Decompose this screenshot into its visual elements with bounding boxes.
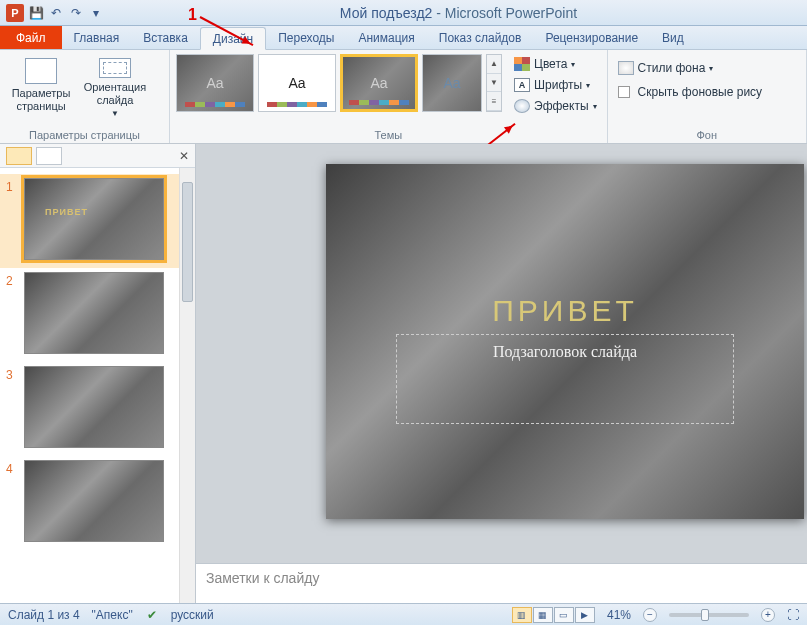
slide-title[interactable]: ПРИВЕТ [326,294,804,328]
tab-insert[interactable]: Вставка [131,26,200,49]
title-bar: P 💾 ↶ ↷ ▾ Мой подъезд2 - Microsoft Power… [0,0,807,26]
group-page-setup: Параметры страницы Ориентация слайда▼ Па… [0,50,170,143]
zoom-slider[interactable] [669,613,749,617]
tab-home[interactable]: Главная [62,26,132,49]
thumbnails-pane: ✕ 1 ПРИВЕТ 2 3 4 [0,144,196,603]
slide[interactable]: ПРИВЕТ Подзаголовок слайда [326,164,804,519]
qat-dropdown-icon[interactable]: ▾ [88,5,104,21]
tab-slideshow[interactable]: Показ слайдов [427,26,534,49]
tab-transitions[interactable]: Переходы [266,26,346,49]
zoom-level[interactable]: 41% [607,608,631,622]
slide-orientation-button[interactable]: Ориентация слайда▼ [80,54,150,120]
group-background: Стили фона ▾ Скрыть фоновые рису Фон [608,50,807,143]
undo-icon[interactable]: ↶ [48,5,64,21]
powerpoint-app-icon[interactable]: P [6,4,24,22]
reading-view-button[interactable]: ▭ [554,607,574,623]
thumbnail-2[interactable]: 2 [0,268,195,362]
tab-animations[interactable]: Анимация [346,26,426,49]
checkbox-icon [618,86,630,98]
file-tab[interactable]: Файл [0,26,62,49]
slide-subtitle-placeholder[interactable]: Подзаголовок слайда [396,334,734,424]
tab-design[interactable]: Дизайн [200,27,266,50]
theme-colors-button[interactable]: Цвета ▾ [510,54,601,74]
close-pane-icon[interactable]: ✕ [179,149,189,163]
tab-view[interactable]: Вид [650,26,696,49]
ribbon-tabs: Файл Главная Вставка Дизайн Переходы Ани… [0,26,807,50]
view-buttons: ▥ ▦ ▭ ▶ [512,607,595,623]
app-name: Microsoft PowerPoint [445,5,577,21]
thumbnail-preview [24,460,164,542]
quick-access-toolbar: P 💾 ↶ ↷ ▾ [0,4,110,22]
notes-pane[interactable]: Заметки к слайду [196,563,807,603]
group-label-themes: Темы [176,127,601,143]
bg-styles-icon [618,61,634,75]
scrollbar-handle[interactable] [182,182,193,302]
page-setup-icon [25,58,57,84]
theme-fonts-button[interactable]: AШрифты ▾ [510,75,601,95]
theme-effects-button[interactable]: Эффекты ▾ [510,96,601,116]
colors-icon [514,57,530,71]
outline-view-button[interactable] [36,147,62,165]
zoom-in-button[interactable]: + [761,608,775,622]
thumbnail-preview [24,366,164,448]
scroll-down-icon[interactable]: ▼ [487,74,501,93]
theme-thumb-2[interactable]: Aa [258,54,336,112]
window-title: Мой подъезд2 - Microsoft PowerPoint [110,5,807,21]
orientation-icon [99,58,131,78]
effects-icon [514,99,530,113]
document-name: Мой подъезд2 [340,5,433,21]
status-bar: Слайд 1 из 4 "Апекс" ✔ русский ▥ ▦ ▭ ▶ 4… [0,603,807,625]
slides-view-button[interactable] [6,147,32,165]
thumbnail-4[interactable]: 4 [0,456,195,550]
save-icon[interactable]: 💾 [28,5,44,21]
slideshow-view-button[interactable]: ▶ [575,607,595,623]
editor-area: ПРИВЕТ Подзаголовок слайда Заметки к сла… [196,144,807,603]
hide-background-checkbox[interactable]: Скрыть фоновые рису [614,82,767,102]
scroll-up-icon[interactable]: ▲ [487,55,501,74]
theme-thumb-selected[interactable]: Aa [340,54,418,112]
normal-view-button[interactable]: ▥ [512,607,532,623]
theme-thumb-1[interactable]: Aa [176,54,254,112]
slide-canvas-area[interactable]: ПРИВЕТ Подзаголовок слайда [196,144,807,563]
thumbnail-preview: ПРИВЕТ [24,178,164,260]
status-theme: "Апекс" [92,608,133,622]
group-label-background: Фон [614,127,800,143]
page-setup-button[interactable]: Параметры страницы [6,54,76,120]
tab-review[interactable]: Рецензирование [533,26,650,49]
sorter-view-button[interactable]: ▦ [533,607,553,623]
thumbnails-header: ✕ [0,144,195,168]
fonts-icon: A [514,78,530,92]
zoom-out-button[interactable]: − [643,608,657,622]
spellcheck-icon[interactable]: ✔ [145,608,159,622]
fit-to-window-button[interactable]: ⛶ [787,608,799,622]
theme-thumb-4[interactable]: Aa [422,54,482,112]
themes-gallery-scroll[interactable]: ▲ ▼ ≡ [486,54,502,112]
zoom-slider-knob[interactable] [701,609,709,621]
thumbnails-scrollbar[interactable] [179,168,195,603]
thumbnail-preview [24,272,164,354]
status-language[interactable]: русский [171,608,214,622]
workspace: ✕ 1 ПРИВЕТ 2 3 4 ПРИВЕТ [0,144,807,603]
group-themes: Aa Aa Aa Aa ▲ ▼ ≡ Цвета ▾ AШрифты ▾ Эффе… [170,50,608,143]
gallery-expand-icon[interactable]: ≡ [487,92,501,111]
slide-subtitle-text: Подзаголовок слайда [493,343,637,361]
thumbnail-3[interactable]: 3 [0,362,195,456]
group-label-page-setup: Параметры страницы [6,127,163,143]
redo-icon[interactable]: ↷ [68,5,84,21]
thumbnail-1[interactable]: 1 ПРИВЕТ [0,174,195,268]
background-styles-button[interactable]: Стили фона ▾ [614,58,718,78]
thumbnails-list: 1 ПРИВЕТ 2 3 4 [0,168,195,603]
status-slide-count: Слайд 1 из 4 [8,608,80,622]
ribbon: Параметры страницы Ориентация слайда▼ Па… [0,50,807,144]
